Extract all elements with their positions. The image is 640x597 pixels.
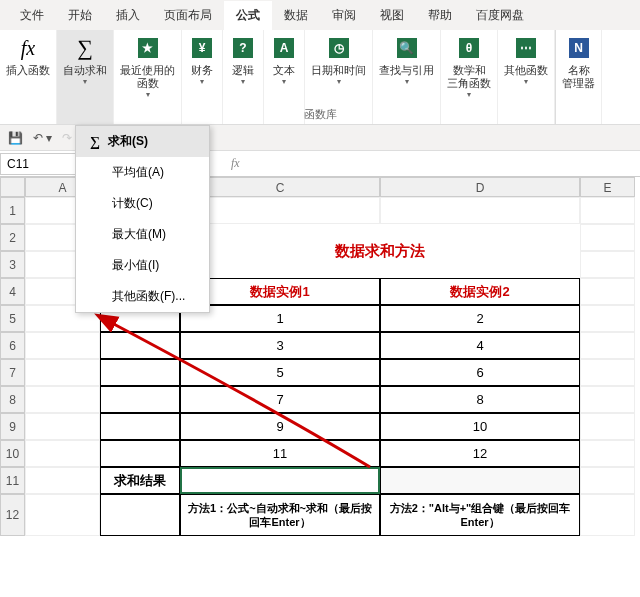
cell[interactable]: 10 xyxy=(380,413,580,440)
recent-label: 最近使用的 函数 xyxy=(120,64,175,90)
cell[interactable] xyxy=(580,197,635,224)
cell[interactable]: 12 xyxy=(380,440,580,467)
lookup-button[interactable]: 🔍 查找与引用 ▾ xyxy=(373,30,441,124)
other-label: 其他函数 xyxy=(504,64,548,77)
tab-home[interactable]: 开始 xyxy=(56,1,104,30)
cell-hdr-C[interactable]: 数据实例1 xyxy=(180,278,380,305)
cell[interactable] xyxy=(580,332,635,359)
row-header-1[interactable]: 1 xyxy=(0,197,25,224)
cell[interactable] xyxy=(25,332,100,359)
cell[interactable]: 5 xyxy=(180,359,380,386)
cell[interactable] xyxy=(580,305,635,332)
dropdown-min[interactable]: 最小值(I) xyxy=(76,250,209,281)
cell[interactable] xyxy=(25,359,100,386)
undo-icon[interactable]: ↶ ▾ xyxy=(33,131,52,145)
cell[interactable] xyxy=(25,386,100,413)
method1-cell[interactable]: 方法1：公式~自动求和~求和（最后按回车Enter） xyxy=(180,494,380,536)
row-header-2[interactable]: 2 xyxy=(0,224,25,251)
cell[interactable]: 11 xyxy=(180,440,380,467)
cell[interactable]: 8 xyxy=(380,386,580,413)
autosum-button[interactable]: ∑ 自动求和 ▾ xyxy=(57,30,114,124)
cell[interactable] xyxy=(100,386,180,413)
dropdown-max[interactable]: 最大值(M) xyxy=(76,219,209,250)
cell[interactable] xyxy=(580,224,635,251)
row-header-8[interactable]: 8 xyxy=(0,386,25,413)
text-icon: A xyxy=(274,38,294,58)
cell-C11[interactable] xyxy=(180,467,380,494)
cell-D11[interactable] xyxy=(380,467,580,494)
cell[interactable] xyxy=(25,413,100,440)
fx-icon: fx xyxy=(21,37,35,60)
cell[interactable]: 1 xyxy=(180,305,380,332)
row-header-6[interactable]: 6 xyxy=(0,332,25,359)
tab-layout[interactable]: 页面布局 xyxy=(152,1,224,30)
finance-button[interactable]: ¥ 财务 ▾ xyxy=(182,30,223,124)
cell[interactable]: 9 xyxy=(180,413,380,440)
cell[interactable] xyxy=(580,494,635,536)
cell[interactable] xyxy=(580,359,635,386)
tab-insert[interactable]: 插入 xyxy=(104,1,152,30)
redo-icon[interactable]: ↷ xyxy=(62,131,72,145)
dropdown-more[interactable]: 其他函数(F)... xyxy=(76,281,209,312)
cell[interactable] xyxy=(580,440,635,467)
tab-view[interactable]: 视图 xyxy=(368,1,416,30)
select-all-corner[interactable] xyxy=(0,177,25,197)
cell[interactable] xyxy=(25,440,100,467)
cell[interactable]: 4 xyxy=(380,332,580,359)
dropdown-avg[interactable]: 平均值(A) xyxy=(76,157,209,188)
chevron-down-icon: ▾ xyxy=(200,77,204,86)
fx-icon[interactable]: fx xyxy=(231,156,240,171)
cell[interactable]: 3 xyxy=(180,332,380,359)
dropdown-sum[interactable]: ∑ 求和(S) xyxy=(76,126,209,157)
cell[interactable]: 6 xyxy=(380,359,580,386)
cell[interactable] xyxy=(25,494,100,536)
cell[interactable] xyxy=(100,413,180,440)
sum-label-cell[interactable]: 求和结果 xyxy=(100,467,180,494)
math-button[interactable]: θ 数学和 三角函数 ▾ xyxy=(441,30,498,124)
dropdown-count[interactable]: 计数(C) xyxy=(76,188,209,219)
title-cell[interactable]: 数据求和方法 xyxy=(180,224,580,278)
cell[interactable] xyxy=(100,494,180,536)
insert-function-button[interactable]: fx 插入函数 xyxy=(0,30,57,124)
tab-formulas[interactable]: 公式 xyxy=(224,1,272,30)
cell[interactable] xyxy=(580,278,635,305)
row-header-3[interactable]: 3 xyxy=(0,251,25,278)
cell[interactable] xyxy=(580,467,635,494)
tab-data[interactable]: 数据 xyxy=(272,1,320,30)
cell[interactable] xyxy=(25,467,100,494)
other-button[interactable]: ⋯ 其他函数 ▾ xyxy=(498,30,555,124)
row-header-12[interactable]: 12 xyxy=(0,494,25,536)
col-header-E[interactable]: E xyxy=(580,177,635,197)
method2-cell[interactable]: 方法2："Alt与+"组合键（最后按回车Enter） xyxy=(380,494,580,536)
col-header-C[interactable]: C xyxy=(180,177,380,197)
row-header-4[interactable]: 4 xyxy=(0,278,25,305)
cell[interactable]: 2 xyxy=(380,305,580,332)
row-header-7[interactable]: 7 xyxy=(0,359,25,386)
cell[interactable] xyxy=(100,359,180,386)
row-header-5[interactable]: 5 xyxy=(0,305,25,332)
cell[interactable] xyxy=(100,440,180,467)
name-icon: N xyxy=(569,38,589,58)
save-icon[interactable]: 💾 xyxy=(8,131,23,145)
cell[interactable] xyxy=(580,413,635,440)
cell[interactable]: 7 xyxy=(180,386,380,413)
cell[interactable] xyxy=(580,251,635,278)
cell[interactable] xyxy=(380,197,580,224)
cell[interactable] xyxy=(580,386,635,413)
tab-help[interactable]: 帮助 xyxy=(416,1,464,30)
chevron-down-icon: ▾ xyxy=(405,77,409,86)
cell-hdr-D[interactable]: 数据实例2 xyxy=(380,278,580,305)
recent-button[interactable]: ★ 最近使用的 函数 ▾ xyxy=(114,30,182,124)
cell[interactable] xyxy=(180,197,380,224)
row-header-10[interactable]: 10 xyxy=(0,440,25,467)
name-manager-button[interactable]: N 名称 管理器 xyxy=(555,30,602,124)
tab-review[interactable]: 审阅 xyxy=(320,1,368,30)
row-header-11[interactable]: 11 xyxy=(0,467,25,494)
tab-baidu[interactable]: 百度网盘 xyxy=(464,1,536,30)
logic-button[interactable]: ? 逻辑 ▾ xyxy=(223,30,264,124)
col-header-D[interactable]: D xyxy=(380,177,580,197)
cell[interactable] xyxy=(100,332,180,359)
row-header-9[interactable]: 9 xyxy=(0,413,25,440)
tab-file[interactable]: 文件 xyxy=(8,1,56,30)
text-button[interactable]: A 文本 ▾ xyxy=(264,30,305,124)
